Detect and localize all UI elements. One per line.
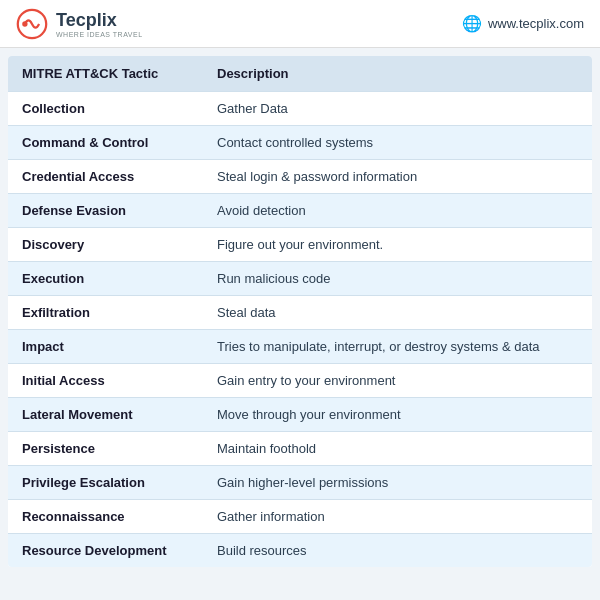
- table-row: Privilege EscalationGain higher-level pe…: [8, 466, 592, 500]
- tactic-cell: Impact: [8, 330, 203, 364]
- table-row: Initial AccessGain entry to your environ…: [8, 364, 592, 398]
- logo-tagline: WHERE IDEAS TRAVEL: [56, 31, 143, 38]
- tactic-cell: Defense Evasion: [8, 194, 203, 228]
- tactic-cell: Initial Access: [8, 364, 203, 398]
- table-row: Resource DevelopmentBuild resources: [8, 534, 592, 568]
- table-row: CollectionGather Data: [8, 92, 592, 126]
- description-cell: Figure out your environment.: [203, 228, 592, 262]
- tactic-cell: Execution: [8, 262, 203, 296]
- table-row: ExfiltrationSteal data: [8, 296, 592, 330]
- tactic-cell: Resource Development: [8, 534, 203, 568]
- table-row: ExecutionRun malicious code: [8, 262, 592, 296]
- description-cell: Move through your environment: [203, 398, 592, 432]
- logo-name: Tecplix: [56, 10, 143, 31]
- tactic-cell: Privilege Escalation: [8, 466, 203, 500]
- logo-text: Tecplix WHERE IDEAS TRAVEL: [56, 10, 143, 38]
- table-row: Command & ControlContact controlled syst…: [8, 126, 592, 160]
- table-row: PersistenceMaintain foothold: [8, 432, 592, 466]
- tactic-cell: Credential Access: [8, 160, 203, 194]
- description-cell: Avoid detection: [203, 194, 592, 228]
- table-header-row: MITRE ATT&CK Tactic Description: [8, 56, 592, 92]
- app-header: Tecplix WHERE IDEAS TRAVEL 🌐 www.tecplix…: [0, 0, 600, 48]
- table-row: ReconnaissanceGather information: [8, 500, 592, 534]
- col2-header: Description: [203, 56, 592, 92]
- description-cell: Steal data: [203, 296, 592, 330]
- main-table-container: MITRE ATT&CK Tactic Description Collecti…: [8, 56, 592, 567]
- globe-icon: 🌐: [462, 14, 482, 33]
- description-cell: Tries to manipulate, interrupt, or destr…: [203, 330, 592, 364]
- col1-header: MITRE ATT&CK Tactic: [8, 56, 203, 92]
- description-cell: Gather information: [203, 500, 592, 534]
- mitre-table: MITRE ATT&CK Tactic Description Collecti…: [8, 56, 592, 567]
- svg-point-1: [22, 21, 27, 26]
- table-row: Lateral MovementMove through your enviro…: [8, 398, 592, 432]
- description-cell: Maintain foothold: [203, 432, 592, 466]
- table-row: ImpactTries to manipulate, interrupt, or…: [8, 330, 592, 364]
- tactic-cell: Lateral Movement: [8, 398, 203, 432]
- table-row: Credential AccessSteal login & password …: [8, 160, 592, 194]
- tactic-cell: Discovery: [8, 228, 203, 262]
- table-body: CollectionGather DataCommand & ControlCo…: [8, 92, 592, 568]
- table-row: DiscoveryFigure out your environment.: [8, 228, 592, 262]
- description-cell: Gain higher-level permissions: [203, 466, 592, 500]
- tactic-cell: Collection: [8, 92, 203, 126]
- website-text: www.tecplix.com: [488, 16, 584, 31]
- tactic-cell: Exfiltration: [8, 296, 203, 330]
- logo-area: Tecplix WHERE IDEAS TRAVEL: [16, 8, 143, 40]
- tactic-cell: Command & Control: [8, 126, 203, 160]
- description-cell: Run malicious code: [203, 262, 592, 296]
- description-cell: Contact controlled systems: [203, 126, 592, 160]
- website-link: 🌐 www.tecplix.com: [462, 14, 584, 33]
- description-cell: Gather Data: [203, 92, 592, 126]
- table-row: Defense EvasionAvoid detection: [8, 194, 592, 228]
- logo-icon: [16, 8, 48, 40]
- description-cell: Steal login & password information: [203, 160, 592, 194]
- description-cell: Gain entry to your environment: [203, 364, 592, 398]
- tactic-cell: Reconnaissance: [8, 500, 203, 534]
- tactic-cell: Persistence: [8, 432, 203, 466]
- description-cell: Build resources: [203, 534, 592, 568]
